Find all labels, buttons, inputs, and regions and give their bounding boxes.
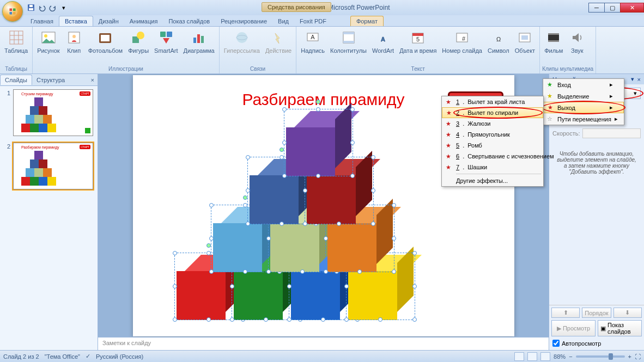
qat-customize-icon[interactable]: ▾ <box>59 3 69 13</box>
picture-icon <box>40 29 57 46</box>
exit-item-7[interactable]: ★7. Шашки <box>442 162 543 173</box>
exit-effects-menu: ★1. Вылет за край листа ★2. Вылет по спи… <box>441 96 544 187</box>
office-button[interactable] <box>2 1 23 22</box>
close-anim-pane-icon[interactable]: × <box>637 76 641 83</box>
svg-rect-43 <box>548 33 559 35</box>
svg-point-0 <box>8 7 17 16</box>
svg-rect-44 <box>548 40 559 42</box>
zoom-level[interactable]: 88% <box>554 353 566 360</box>
tab-home[interactable]: Главная <box>25 16 59 26</box>
photoalbum-button[interactable]: Фотоальбом <box>86 28 125 55</box>
shapes-button[interactable]: Фигуры <box>126 28 151 55</box>
menu-emphasis[interactable]: ★Выделение▸ <box>543 90 624 102</box>
red-star-icon: ★ <box>444 152 453 161</box>
svg-rect-22 <box>167 32 172 37</box>
wordart-button[interactable]: AWordArt <box>370 28 396 55</box>
quick-access-toolbar: ▾ <box>26 3 69 13</box>
headerfooter-button[interactable]: Колонтитулы <box>328 28 369 55</box>
tab-foxit[interactable]: Foxit PDF <box>294 16 332 26</box>
slidenumber-icon: # <box>453 29 471 46</box>
exit-item-2[interactable]: ★2. Вылет по спирали <box>442 107 543 118</box>
tab-view[interactable]: Вид <box>272 16 294 26</box>
slide-thumbnail-2[interactable]: 2 Разбираем пирамиду СТАРТ <box>13 143 93 189</box>
svg-point-14 <box>44 34 47 38</box>
tab-slides[interactable]: Слайды <box>0 75 32 85</box>
exit-item-6[interactable]: ★6. Свертывание с исчезновением <box>442 151 543 162</box>
tab-outline[interactable]: Структура <box>32 75 69 85</box>
minimize-button[interactable]: ─ <box>588 3 605 13</box>
reorder-up-button: ⬆ <box>551 308 580 318</box>
hyperlink-button[interactable]: Гиперссылка <box>222 28 262 55</box>
menu-entrance[interactable]: ★Вход▸ <box>543 79 624 90</box>
exit-item-4[interactable]: ★4. Прямоугольник <box>442 129 543 140</box>
clip-button[interactable]: Клип <box>63 28 85 55</box>
exit-more-effects[interactable]: Другие эффекты... <box>442 175 543 186</box>
language-label[interactable]: Русский (Россия) <box>96 353 143 360</box>
picture-button[interactable]: Рисунок <box>35 28 62 55</box>
tab-format[interactable]: Формат <box>350 16 384 26</box>
action-button[interactable]: Действие <box>263 28 294 55</box>
slide-position: Слайд 2 из 2 <box>3 353 39 360</box>
pyramid-shapes[interactable] <box>177 130 471 320</box>
tab-insert[interactable]: Вставка <box>59 16 93 26</box>
contextual-tab-label: Средства рисования <box>262 2 331 12</box>
slideshow-view-button[interactable] <box>540 352 550 361</box>
svg-text:5: 5 <box>416 36 420 42</box>
tab-animation[interactable]: Анимация <box>124 16 163 26</box>
zoom-slider[interactable] <box>576 355 625 358</box>
tab-slideshow[interactable]: Показ слайдов <box>163 16 215 26</box>
smartart-button[interactable]: SmartArt <box>152 28 180 55</box>
sound-button[interactable]: Звук <box>566 28 588 55</box>
notes-pane[interactable]: Заметки к слайду <box>98 337 549 350</box>
maximize-button[interactable]: ▢ <box>604 3 621 13</box>
slidenumber-button[interactable]: #Номер слайда <box>440 28 484 55</box>
svg-rect-31 <box>343 32 354 34</box>
red-star-icon: ★ <box>445 108 453 117</box>
svg-point-16 <box>72 35 76 38</box>
svg-rect-24 <box>197 34 200 43</box>
svg-point-20 <box>137 32 144 39</box>
fit-button[interactable]: ⛶ <box>635 353 641 360</box>
svg-point-26 <box>236 32 247 43</box>
redo-icon[interactable] <box>48 3 58 13</box>
textbox-button[interactable]: AНадпись <box>299 28 327 55</box>
exit-item-1[interactable]: ★1. Вылет за край листа <box>442 96 543 107</box>
datetime-button[interactable]: 5Дата и время <box>397 28 439 55</box>
spellcheck-icon[interactable]: ✓ <box>86 353 90 360</box>
normal-view-button[interactable] <box>514 352 524 361</box>
symbol-button[interactable]: ΩСимвол <box>485 28 512 55</box>
save-icon[interactable] <box>26 3 36 13</box>
status-bar: Слайд 2 из 2 "Тема Office" ✓ Русский (Ро… <box>0 350 644 362</box>
movie-button[interactable]: Фильм <box>542 28 565 55</box>
zoom-in-button[interactable]: + <box>628 353 631 360</box>
sound-icon <box>568 29 586 46</box>
svg-rect-25 <box>201 36 204 43</box>
movie-icon <box>545 29 562 46</box>
table-icon <box>8 29 25 46</box>
chart-button[interactable]: Диаграмма <box>181 28 217 55</box>
exit-item-3[interactable]: ★3. Жалюзи <box>442 118 543 129</box>
svg-rect-21 <box>160 32 166 37</box>
symbol-icon: Ω <box>490 29 507 46</box>
red-star-icon: ★ <box>444 130 453 139</box>
annotation-oval-2 <box>542 101 625 114</box>
close-button[interactable]: ✕ <box>620 3 644 13</box>
object-button[interactable]: Объект <box>513 28 537 55</box>
slideshow-button[interactable]: ▣Показ слайдов <box>598 320 642 336</box>
tab-review[interactable]: Рецензирование <box>215 16 272 26</box>
speed-dropdown <box>582 128 641 138</box>
exit-item-5[interactable]: ★5. Ромб <box>442 140 543 151</box>
tab-design[interactable]: Дизайн <box>93 16 124 26</box>
reorder-down-button: ⬇ <box>613 308 642 318</box>
close-pane-icon[interactable]: × <box>88 77 98 83</box>
sorter-view-button[interactable] <box>527 352 537 361</box>
undo-icon[interactable] <box>37 3 47 13</box>
menu-motion-paths[interactable]: ☆Пути перемещения▸ <box>543 113 624 125</box>
title-bar: ▾ Строим пирамиду - Microsoft PowerPoint… <box>0 0 644 15</box>
table-button[interactable]: Таблица <box>2 28 30 55</box>
svg-text:A: A <box>381 36 385 42</box>
slide-thumbnail-1[interactable]: 1 Строим пирамиду СТАРТ <box>13 89 93 136</box>
menu-exit[interactable]: ★Выход▸ <box>543 102 624 113</box>
zoom-out-button[interactable]: − <box>569 353 572 360</box>
autopreview-checkbox[interactable]: Автопросмотр <box>551 339 642 348</box>
